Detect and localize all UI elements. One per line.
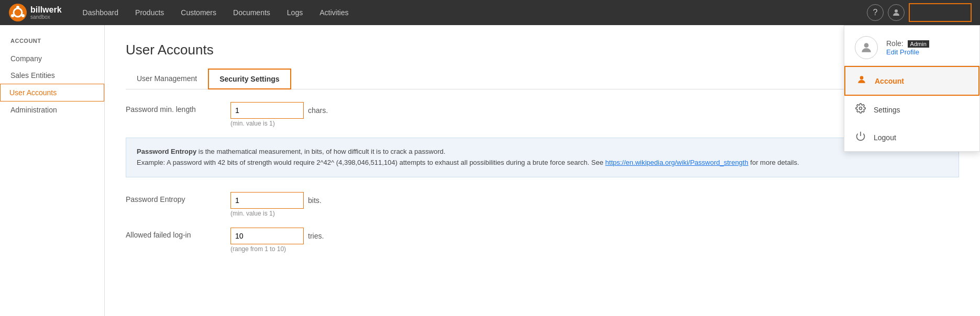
help-button[interactable]: ? [867,4,884,21]
settings-icon [855,103,866,116]
avatar-icon [860,41,873,54]
nav-right: ? [867,3,972,22]
main-layout: Account Company Sales Entities User Acco… [0,25,980,316]
nav-documents[interactable]: Documents [225,0,279,25]
dropdown-item-account[interactable]: Account [844,66,979,96]
nav-links: Dashboard Products Customers Documents L… [74,0,867,25]
sidebar: Account Company Sales Entities User Acco… [0,25,105,316]
account-label: Account [875,77,904,85]
nav-logs[interactable]: Logs [279,0,311,25]
role-label: Role: [886,39,904,48]
svg-point-8 [860,107,862,110]
tab-user-management[interactable]: User Management [126,69,208,89]
password-min-input-wrapper: chars. (min. value is 1) [230,102,328,127]
entropy-input[interactable] [230,192,304,209]
edit-profile-link[interactable]: Edit Profile [886,48,919,56]
page-title: User Accounts [126,42,959,58]
failed-login-unit: tries. [308,232,324,240]
role-badge: Admin [908,40,929,48]
nav-activities[interactable]: Activities [311,0,357,25]
entropy-row: Password Entropy bits. (min. value is 1) [126,192,959,217]
svg-point-7 [860,76,864,80]
entropy-input-wrapper: bits. (min. value is 1) [230,192,322,217]
dropdown-header: Role: Admin Edit Profile [844,26,979,66]
info-link[interactable]: https://en.wikipedia.org/wiki/Password_s… [605,159,748,166]
dropdown-user-info: Role: Admin Edit Profile [886,39,929,56]
password-min-label: Password min. length [126,102,230,114]
svg-point-2 [16,6,19,9]
svg-point-6 [864,43,869,48]
password-min-input[interactable] [230,102,304,119]
info-text1: is the mathematical measurement, in bits… [196,148,445,155]
password-min-row: Password min. length chars. (min. value … [126,102,959,127]
power-icon [855,131,866,141]
logo-area[interactable]: billwerk sandbox [8,3,62,22]
account-dropdown-trigger[interactable] [909,3,972,22]
info-bold: Password Entropy [137,148,196,155]
dropdown-item-settings[interactable]: Settings [844,96,979,123]
info-box: Password Entropy is the mathematical mea… [126,138,959,177]
user-icon [891,8,901,17]
password-min-unit: chars. [308,106,328,115]
entropy-hint: (min. value is 1) [230,210,322,217]
nav-customers[interactable]: Customers [172,0,225,25]
dropdown-avatar [855,36,878,59]
logout-icon [855,131,866,144]
info-text3: for more details. [748,159,799,166]
user-avatar-button[interactable] [888,4,905,21]
svg-point-3 [21,14,25,17]
failed-login-input-line: tries. [230,228,324,244]
info-text2: Example: A password with 42 bits of stre… [137,159,605,166]
failed-login-input-wrapper: tries. (range from 1 to 10) [230,228,324,253]
sidebar-item-administration[interactable]: Administration [0,101,104,118]
logout-label: Logout [874,133,896,142]
nav-dashboard[interactable]: Dashboard [74,0,127,25]
user-circle-icon [856,74,867,85]
account-icon [856,74,867,87]
sidebar-item-sales-entities[interactable]: Sales Entities [0,67,104,84]
failed-login-label: Allowed failed log-in [126,228,230,239]
billwerk-logo-icon [8,3,27,22]
failed-login-row: Allowed failed log-in tries. (range from… [126,228,959,253]
password-min-hint: (min. value is 1) [230,120,328,127]
account-dropdown: Role: Admin Edit Profile Account Setting… [844,25,980,152]
gear-icon [855,103,866,114]
tabs: User Management Security Settings [126,69,959,89]
tab-security-settings[interactable]: Security Settings [208,69,291,89]
brand-name: billwerk [30,6,62,14]
svg-point-4 [11,14,14,17]
entropy-label: Password Entropy [126,192,230,204]
brand-subtitle: sandbox [30,14,62,20]
settings-label: Settings [874,106,900,114]
sidebar-item-user-accounts[interactable]: User Accounts [0,84,104,101]
entropy-unit: bits. [308,196,322,205]
top-nav: billwerk sandbox Dashboard Products Cust… [0,0,980,25]
entropy-input-line: bits. [230,192,322,209]
nav-products[interactable]: Products [127,0,172,25]
svg-point-5 [895,9,898,13]
failed-login-hint: (range from 1 to 10) [230,245,324,253]
sidebar-item-company[interactable]: Company [0,50,104,67]
dropdown-item-logout[interactable]: Logout [844,123,979,151]
role-line: Role: Admin [886,39,929,48]
sidebar-section-title: Account [0,38,104,44]
password-min-input-line: chars. [230,102,328,119]
failed-login-input[interactable] [230,228,304,244]
